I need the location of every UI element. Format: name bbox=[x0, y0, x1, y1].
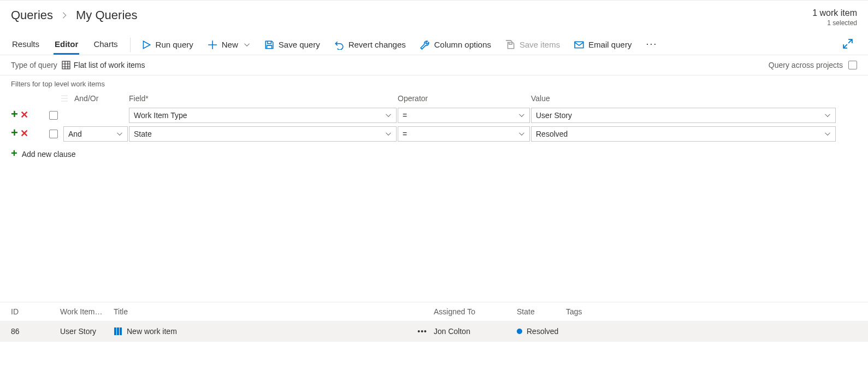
chevron-right-icon bbox=[61, 8, 68, 22]
value-text: User Story bbox=[536, 111, 572, 120]
undo-icon bbox=[334, 40, 344, 50]
header-field: Field* bbox=[129, 94, 398, 103]
chevron-down-icon bbox=[824, 131, 831, 137]
col-title[interactable]: Title bbox=[114, 307, 414, 316]
email-query-button[interactable]: Email query bbox=[574, 40, 631, 50]
operator-dropdown[interactable]: = bbox=[398, 126, 530, 142]
breadcrumb: Queries My Queries bbox=[11, 8, 138, 22]
save-items-label: Save items bbox=[519, 40, 560, 49]
filter-row: + ✕ And State = Resolved bbox=[11, 125, 857, 143]
operator-value: = bbox=[403, 111, 407, 120]
column-options-label: Column options bbox=[434, 40, 491, 49]
chevron-down-icon bbox=[244, 42, 250, 48]
row-select-checkbox[interactable] bbox=[49, 111, 58, 120]
operator-value: = bbox=[403, 130, 407, 138]
add-row-button[interactable]: + bbox=[11, 108, 18, 120]
new-label: New bbox=[222, 40, 238, 49]
plus-icon bbox=[208, 40, 217, 50]
results-header: ID Work Item… Title Assigned To State Ta… bbox=[0, 302, 868, 321]
svg-rect-1 bbox=[62, 61, 70, 69]
chevron-down-icon bbox=[824, 112, 831, 119]
query-type-selector[interactable]: Flat list of work items bbox=[62, 61, 145, 69]
header-operator: Operator bbox=[398, 94, 531, 103]
operator-dropdown[interactable]: = bbox=[398, 108, 530, 123]
header-value: Value bbox=[531, 94, 837, 103]
chevron-down-icon bbox=[385, 112, 392, 119]
andor-value: And bbox=[68, 130, 82, 138]
add-clause-button[interactable]: + Add new clause bbox=[11, 148, 857, 160]
work-item-count-sub: 1 selected bbox=[812, 19, 857, 27]
col-type[interactable]: Work Item… bbox=[60, 307, 114, 316]
svg-rect-3 bbox=[117, 327, 119, 335]
svg-rect-4 bbox=[120, 327, 122, 335]
tab-editor[interactable]: Editor bbox=[54, 38, 79, 55]
run-query-label: Run query bbox=[156, 40, 193, 49]
save-items-button: Save items bbox=[505, 40, 560, 50]
col-tags[interactable]: Tags bbox=[566, 307, 675, 316]
col-id[interactable]: ID bbox=[11, 307, 60, 316]
flat-list-icon bbox=[62, 61, 70, 69]
query-across-checkbox[interactable] bbox=[848, 61, 857, 69]
cell-type: User Story bbox=[60, 327, 114, 336]
fullscreen-button[interactable] bbox=[843, 39, 853, 50]
tabs: Results Editor Charts bbox=[11, 38, 119, 55]
cell-assigned: Jon Colton bbox=[434, 327, 517, 336]
save-icon bbox=[264, 40, 274, 50]
value-dropdown[interactable]: Resolved bbox=[531, 126, 836, 142]
value-dropdown[interactable]: User Story bbox=[531, 108, 836, 123]
state-indicator-icon bbox=[517, 329, 522, 334]
query-type-label: Type of query bbox=[11, 61, 57, 69]
more-actions-button[interactable]: ··· bbox=[646, 38, 657, 51]
revert-label: Revert changes bbox=[349, 40, 406, 49]
remove-row-button[interactable]: ✕ bbox=[20, 128, 28, 138]
save-query-button[interactable]: Save query bbox=[264, 40, 320, 50]
work-item-count-main: 1 work item bbox=[812, 8, 857, 18]
group-icon bbox=[60, 94, 69, 103]
andor-dropdown[interactable]: And bbox=[63, 126, 128, 142]
work-item-count: 1 work item 1 selected bbox=[812, 8, 857, 27]
field-dropdown[interactable]: State bbox=[129, 126, 397, 142]
new-button[interactable]: New bbox=[208, 40, 250, 50]
chevron-down-icon bbox=[518, 131, 525, 137]
mail-icon bbox=[574, 40, 584, 50]
row-select-checkbox[interactable] bbox=[49, 130, 58, 138]
col-assigned[interactable]: Assigned To bbox=[434, 307, 517, 316]
revert-button[interactable]: Revert changes bbox=[334, 40, 406, 50]
tab-results[interactable]: Results bbox=[11, 38, 40, 55]
cell-id: 86 bbox=[11, 327, 60, 336]
email-query-label: Email query bbox=[588, 40, 631, 49]
user-story-icon bbox=[114, 327, 122, 336]
field-value: Work Item Type bbox=[134, 111, 187, 120]
cell-state: Resolved bbox=[527, 327, 558, 336]
chevron-down-icon bbox=[116, 131, 123, 137]
expand-icon bbox=[843, 39, 853, 49]
tab-charts[interactable]: Charts bbox=[92, 38, 119, 55]
chevron-down-icon bbox=[385, 131, 392, 137]
breadcrumb-current[interactable]: My Queries bbox=[76, 8, 137, 22]
column-options-button[interactable]: Column options bbox=[420, 40, 491, 50]
results-row[interactable]: 86 User Story New work item ••• Jon Colt… bbox=[0, 321, 868, 342]
toolbar: Run query New Save query Revert changes … bbox=[141, 38, 857, 54]
wrench-icon bbox=[420, 40, 430, 50]
remove-row-button[interactable]: ✕ bbox=[20, 110, 28, 120]
field-dropdown[interactable]: Work Item Type bbox=[129, 108, 397, 123]
add-clause-label: Add new clause bbox=[22, 150, 76, 159]
save-all-icon bbox=[505, 40, 515, 50]
field-value: State bbox=[134, 130, 152, 138]
chevron-down-icon bbox=[518, 112, 525, 119]
col-state[interactable]: State bbox=[517, 307, 566, 316]
separator bbox=[130, 38, 131, 52]
value-text: Resolved bbox=[536, 130, 568, 138]
row-actions-button[interactable]: ••• bbox=[414, 327, 434, 336]
query-type-value: Flat list of work items bbox=[74, 61, 145, 69]
run-query-button[interactable]: Run query bbox=[141, 40, 193, 50]
svg-rect-2 bbox=[114, 327, 116, 335]
add-row-button[interactable]: + bbox=[11, 127, 18, 139]
filter-row: + ✕ Work Item Type = User Story bbox=[11, 107, 857, 124]
breadcrumb-root[interactable]: Queries bbox=[11, 8, 53, 22]
svg-rect-0 bbox=[575, 42, 583, 48]
play-icon bbox=[141, 40, 151, 50]
filters-title: Filters for top level work items bbox=[11, 80, 857, 88]
save-query-label: Save query bbox=[279, 40, 320, 49]
plus-icon: + bbox=[11, 147, 17, 160]
